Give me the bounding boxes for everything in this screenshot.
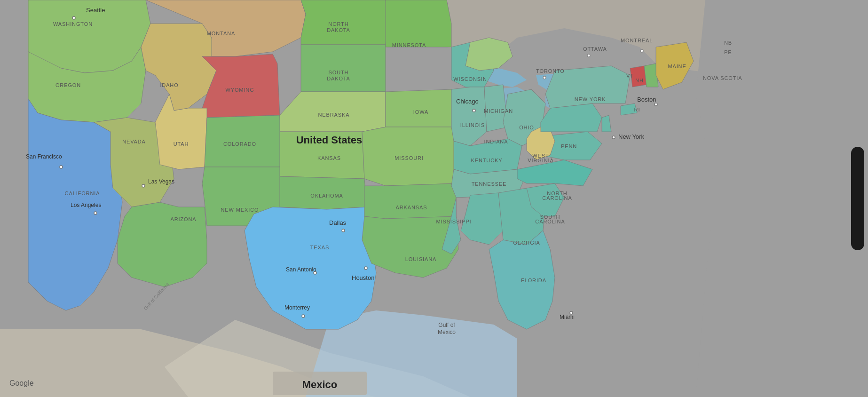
svg-point-57 — [72, 16, 75, 19]
svg-text:MONTANA: MONTANA — [207, 31, 235, 36]
svg-text:Gulf of California: Gulf of California — [142, 281, 170, 311]
svg-text:OHIO: OHIO — [519, 125, 534, 130]
svg-text:San Francisco: San Francisco — [26, 153, 62, 160]
svg-text:OKLAHOMA: OKLAHOMA — [310, 193, 343, 198]
svg-text:GEORGIA: GEORGIA — [513, 240, 540, 246]
svg-text:ARKANSAS: ARKANSAS — [396, 205, 427, 210]
svg-point-6 — [543, 76, 546, 79]
map-container: Ottawa Montreal Toronto NB PE NOVA SCOTI… — [0, 0, 868, 397]
svg-text:MISSOURI: MISSOURI — [395, 155, 423, 161]
svg-text:Monterrey: Monterrey — [284, 304, 310, 311]
svg-text:IOWA: IOWA — [413, 109, 428, 115]
svg-text:MISSISSIPPI: MISSISSIPPI — [436, 219, 471, 224]
svg-text:NOVA SCOTIA: NOVA SCOTIA — [703, 75, 742, 81]
scrollbar[interactable] — [851, 147, 864, 250]
svg-point-4 — [640, 49, 643, 52]
svg-text:CAROLINA: CAROLINA — [542, 195, 572, 201]
google-watermark: Google — [9, 379, 34, 388]
svg-text:IDAHO: IDAHO — [160, 82, 178, 88]
svg-text:Gulf of: Gulf of — [438, 322, 455, 328]
svg-text:VIRGINIA: VIRGINIA — [528, 158, 553, 163]
svg-point-59 — [60, 166, 63, 168]
svg-text:COLORADO: COLORADO — [223, 141, 256, 147]
svg-text:San Antonio: San Antonio — [286, 266, 316, 273]
svg-text:DAKOTA: DAKOTA — [327, 76, 350, 81]
svg-text:ARIZONA: ARIZONA — [170, 216, 196, 222]
svg-text:Los Angeles: Los Angeles — [71, 202, 101, 208]
svg-text:WISCONSIN: WISCONSIN — [453, 76, 487, 82]
svg-text:WASHINGTON: WASHINGTON — [53, 21, 93, 27]
svg-text:OREGON: OREGON — [55, 82, 81, 88]
svg-text:Mexico: Mexico — [302, 379, 338, 390]
svg-text:PENN: PENN — [561, 143, 577, 149]
svg-text:Las Vegas: Las Vegas — [148, 178, 174, 185]
svg-text:LOUISIANA: LOUISIANA — [405, 256, 437, 262]
svg-text:MAINE: MAINE — [668, 64, 686, 69]
svg-text:MICHIGAN: MICHIGAN — [484, 108, 513, 114]
svg-text:MINNESOTA: MINNESOTA — [392, 42, 426, 48]
svg-text:RI: RI — [634, 107, 640, 112]
svg-text:NB: NB — [724, 40, 732, 46]
svg-text:United States: United States — [296, 134, 363, 146]
svg-text:Ottawa: Ottawa — [583, 46, 607, 52]
svg-point-65 — [342, 229, 345, 232]
svg-text:Miami: Miami — [560, 314, 575, 320]
svg-point-73 — [473, 109, 475, 112]
svg-text:NEVADA: NEVADA — [122, 139, 146, 144]
svg-point-79 — [655, 103, 657, 106]
svg-text:CAROLINA: CAROLINA — [535, 219, 565, 224]
svg-text:NH: NH — [635, 78, 644, 83]
svg-text:NEW MEXICO: NEW MEXICO — [221, 207, 259, 213]
svg-point-77 — [612, 136, 615, 139]
svg-point-63 — [142, 184, 145, 187]
svg-text:Dallas: Dallas — [329, 219, 347, 226]
svg-text:Seattle: Seattle — [86, 7, 105, 14]
svg-point-61 — [94, 212, 97, 214]
svg-text:TENNESSEE: TENNESSEE — [472, 181, 507, 187]
svg-text:Montreal: Montreal — [621, 38, 653, 43]
svg-text:PE: PE — [724, 49, 732, 55]
svg-point-69 — [364, 267, 367, 270]
svg-text:CALIFORNIA: CALIFORNIA — [65, 191, 100, 196]
svg-text:UTAH: UTAH — [174, 141, 189, 147]
svg-text:Chicago: Chicago — [456, 98, 479, 105]
svg-point-71 — [302, 315, 305, 318]
svg-text:INDIANA: INDIANA — [484, 139, 508, 144]
svg-text:Houston: Houston — [352, 274, 374, 281]
svg-text:Boston: Boston — [637, 96, 656, 103]
svg-text:KANSAS: KANSAS — [317, 155, 341, 161]
svg-text:New York: New York — [618, 133, 644, 140]
svg-text:NEBRASKA: NEBRASKA — [318, 112, 350, 118]
svg-text:Mexico: Mexico — [438, 329, 456, 335]
svg-text:Toronto: Toronto — [536, 68, 565, 74]
svg-text:KENTUCKY: KENTUCKY — [471, 158, 503, 163]
svg-text:NORTH: NORTH — [328, 21, 348, 27]
svg-text:DAKOTA: DAKOTA — [327, 27, 350, 33]
svg-text:ILLINOIS: ILLINOIS — [460, 122, 485, 128]
svg-text:TEXAS: TEXAS — [310, 245, 329, 250]
svg-text:WYOMING: WYOMING — [225, 87, 254, 93]
svg-point-2 — [587, 54, 590, 57]
svg-text:NEW YORK: NEW YORK — [575, 96, 606, 102]
svg-text:VT: VT — [626, 73, 634, 79]
svg-text:FLORIDA: FLORIDA — [521, 278, 546, 283]
svg-text:SOUTH: SOUTH — [329, 70, 349, 75]
us-map-svg[interactable]: Ottawa Montreal Toronto NB PE NOVA SCOTI… — [0, 0, 868, 397]
